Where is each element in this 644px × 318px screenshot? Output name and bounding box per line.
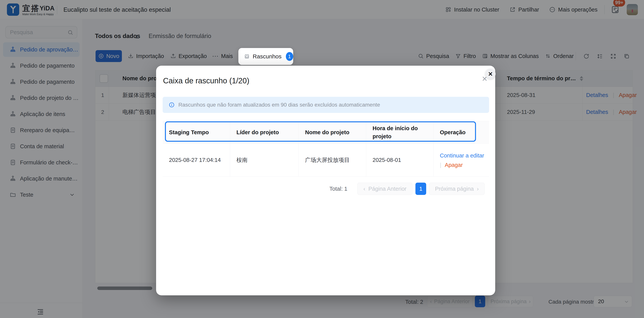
draft-table-header: Staging Tempo Líder do projeto Nome do p… (163, 121, 489, 144)
column-header-start: Hora de início do projeto (366, 121, 433, 143)
drafts-icon (244, 53, 250, 60)
cell-operation: Continuar a editar | Apagar (433, 144, 489, 176)
modal-next-page-button[interactable]: Próxima página › (429, 183, 485, 195)
continue-edit-link[interactable]: Continuar a editar (440, 152, 489, 159)
drafts-label: Rascunhos (252, 53, 282, 60)
chevron-right-icon: › (477, 186, 479, 192)
chevron-left-icon: ‹ (364, 186, 366, 192)
modal-next-label: Próxima página (435, 186, 474, 192)
cell-leader: 桉南 (230, 144, 298, 176)
modal-total-count: Total: 1 (325, 186, 348, 192)
action-divider: | (440, 162, 442, 168)
cell-staging-time: 2025-08-27 17:04:14 (163, 144, 230, 176)
notice-text: Rascunhos que não foram atualizados em 9… (178, 102, 380, 108)
drafts-count-badge: 1 (286, 52, 293, 61)
drafts-button[interactable]: Rascunhos 1 (238, 48, 293, 65)
info-icon (168, 102, 175, 108)
modal-prev-label: Página Anterior (368, 186, 406, 192)
column-header-leader: Líder do projeto (230, 121, 298, 143)
close-button-highlight[interactable]: × (485, 69, 496, 79)
draft-row[interactable]: 2025-08-27 17:04:14 桉南 广场大屏投放项目 2025-08-… (163, 144, 489, 177)
draft-box-modal: Caixa de rascunho (1/20) × × Rascunhos q… (156, 66, 495, 295)
modal-title: Caixa de rascunho (1/20) (163, 76, 249, 85)
cell-project-name: 广场大屏投放项目 (298, 144, 366, 176)
delete-draft-link[interactable]: Apagar (445, 162, 463, 168)
modal-prev-page-button[interactable]: ‹ Página Anterior (357, 183, 412, 195)
column-header-staging: Staging Tempo (163, 121, 230, 143)
modal-current-page[interactable]: 1 (416, 183, 426, 195)
cell-start-time: 2025-08-01 (366, 144, 433, 176)
column-header-operation: Operação (433, 121, 489, 143)
notice-banner: Rascunhos que não foram atualizados em 9… (163, 97, 489, 113)
column-header-name: Nome do projeto (298, 121, 366, 143)
